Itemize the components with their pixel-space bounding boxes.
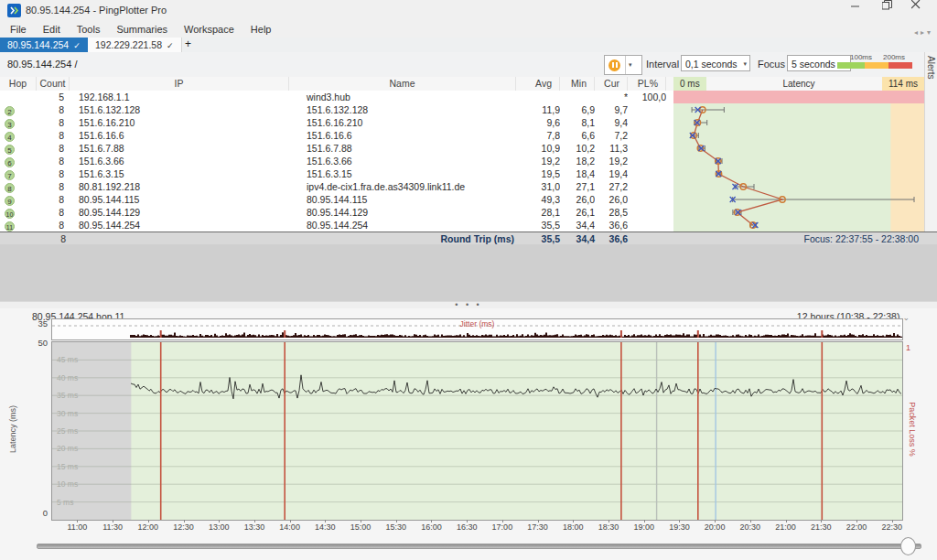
hop-badge: 2 <box>5 106 15 116</box>
alerts-tab-label: Alerts <box>926 56 936 80</box>
menu-workspace[interactable]: Workspace <box>176 21 242 38</box>
minimize-button[interactable] <box>851 0 880 21</box>
pause-dropdown-icon[interactable]: ▾ <box>625 56 635 74</box>
tab-192.229.221.58[interactable]: 192.229.221.58✓ <box>88 38 182 52</box>
count-cell: 8 <box>37 167 64 180</box>
menubar: FileEditToolsSummariesWorkspaceHelp <box>0 21 937 38</box>
name-cell: 151.6.16.6 <box>289 129 516 142</box>
time-tick-label: 16:00 <box>415 522 447 532</box>
interval-select[interactable]: 0,1 seconds▾ <box>681 55 750 71</box>
cur-cell: 28,5 <box>602 206 628 219</box>
jitter-strip[interactable]: Jitter (ms) <box>51 318 903 340</box>
ip-cell: 151.6.3.15 <box>70 167 289 180</box>
menu-tools[interactable]: Tools <box>69 21 109 38</box>
column-header-min[interactable]: Min <box>567 77 595 91</box>
name-cell: 80.95.144.254 <box>289 219 516 232</box>
pl-cell <box>635 180 666 193</box>
ip-cell: 80.95.144.115 <box>70 193 289 206</box>
count-cell: 8 <box>37 180 64 193</box>
restore-button[interactable] <box>882 0 911 21</box>
svg-text:40 ms: 40 ms <box>57 373 78 382</box>
name-cell: 80.95.144.115 <box>289 193 516 206</box>
min-cell: 6,9 <box>567 103 595 116</box>
avg-cell: 11,9 <box>516 103 560 116</box>
svg-text:25 ms: 25 ms <box>57 426 78 436</box>
timeline-scrollbar-track[interactable] <box>37 544 921 549</box>
titlebar: 80.95.144.254 - PingPlotter Pro <box>0 0 937 21</box>
round-trip-row: 8 Round Trip (ms) 35,5 34,4 36,6 Focus: … <box>0 232 937 245</box>
column-header-hop[interactable]: Hop <box>0 77 37 91</box>
name-cell: 151.6.16.210 <box>289 116 516 129</box>
hop-cell: 6 <box>0 155 37 167</box>
close-button[interactable] <box>911 0 937 21</box>
pl-cell <box>635 193 666 206</box>
svg-text:5 ms: 5 ms <box>57 498 73 507</box>
hop-cell: 4 <box>0 129 37 142</box>
scale-segment <box>865 62 889 69</box>
scale-segment <box>889 62 912 69</box>
latency-axis-label: Latency (ms) <box>8 393 17 466</box>
round-trip-avg: 35,5 <box>516 232 560 245</box>
hop-badge: 5 <box>5 145 15 155</box>
time-tick-label: 12:30 <box>168 522 199 532</box>
avg-cell: 19,2 <box>516 155 560 167</box>
new-tab-button[interactable]: + <box>179 38 197 52</box>
svg-text:10 ms: 10 ms <box>57 479 78 489</box>
pause-button[interactable]: ▾ <box>604 55 642 75</box>
time-tick-label: 17:30 <box>522 522 554 532</box>
name-cell: ipv4.de-cix1.fra.de.as34309.link11.de <box>289 180 516 193</box>
hop-cell: 9 <box>0 193 37 206</box>
timeline-latency-plot[interactable]: 45 ms40 ms35 ms30 ms25 ms20 ms15 ms10 ms… <box>51 341 903 521</box>
hop-latency-graph[interactable] <box>673 91 924 232</box>
pl-cell <box>635 103 666 116</box>
cur-cell: 26,0 <box>602 193 628 206</box>
menu-edit[interactable]: Edit <box>35 21 69 38</box>
pl-cell: 100,0 <box>635 91 666 103</box>
hop-cell: 3 <box>0 116 37 129</box>
tab-scroll-icons[interactable]: ◂▸▾ <box>914 28 933 37</box>
menu-help[interactable]: Help <box>242 21 280 38</box>
time-tick-label: 12:00 <box>133 522 164 532</box>
column-header-pl[interactable]: PL% <box>635 77 666 91</box>
cur-cell: 19,2 <box>602 155 628 167</box>
min-cell: 26,0 <box>567 193 595 206</box>
latency-scale-legend <box>837 62 912 69</box>
pl-cell <box>635 142 666 155</box>
ip-cell: 192.168.1.1 <box>70 91 289 103</box>
time-tick-label: 20:00 <box>699 522 730 532</box>
tab-80.95.144.254[interactable]: 80.95.144.254✓ <box>0 38 88 52</box>
pl-cell <box>635 116 666 129</box>
column-header-avg[interactable]: Avg <box>516 77 560 91</box>
column-header-cur[interactable]: Cur <box>602 77 628 91</box>
time-tick-label: 22:30 <box>877 522 908 532</box>
hop-badge: 7 <box>5 170 15 180</box>
focus-label: Focus <box>758 59 785 70</box>
chevron-down-icon: ⌄ <box>902 313 910 322</box>
count-cell: 8 <box>37 206 64 219</box>
name-cell: 151.6.7.88 <box>289 142 516 155</box>
column-header-count[interactable]: Count <box>37 77 70 91</box>
hop-cell: 5 <box>0 142 37 155</box>
hop-badge: 4 <box>5 132 15 142</box>
svg-text:45 ms: 45 ms <box>57 355 78 364</box>
time-tick-label: 11:30 <box>97 522 128 532</box>
alerts-side-tab[interactable]: Alerts <box>924 52 937 244</box>
jitter-scale-max: 35 <box>20 318 48 328</box>
cur-cell: 11,3 <box>602 142 628 155</box>
tab-label: 192.229.221.58 <box>95 39 162 50</box>
menu-file[interactable]: File <box>2 21 35 38</box>
time-tick-label: 11:00 <box>61 522 92 532</box>
time-tick-label: 15:00 <box>345 522 376 532</box>
column-header-name[interactable]: Name <box>289 77 516 91</box>
timeline-scrollbar-thumb[interactable] <box>900 537 916 555</box>
menu-summaries[interactable]: Summaries <box>108 21 176 38</box>
cur-cell: * <box>602 91 628 103</box>
time-tick-label: 22:00 <box>841 522 872 532</box>
min-cell: 18,4 <box>567 167 595 180</box>
latency-graph-header[interactable]: 0 ms Latency 114 ms <box>673 77 924 91</box>
column-header-ip[interactable]: IP <box>70 77 289 91</box>
svg-text:30 ms: 30 ms <box>57 409 78 418</box>
hop-cell: 7 <box>0 167 37 180</box>
timeline-panel: 80.95.144.254 hop 11 12 hours (10:38 - 2… <box>0 308 937 560</box>
cur-cell: 9,4 <box>602 116 628 129</box>
